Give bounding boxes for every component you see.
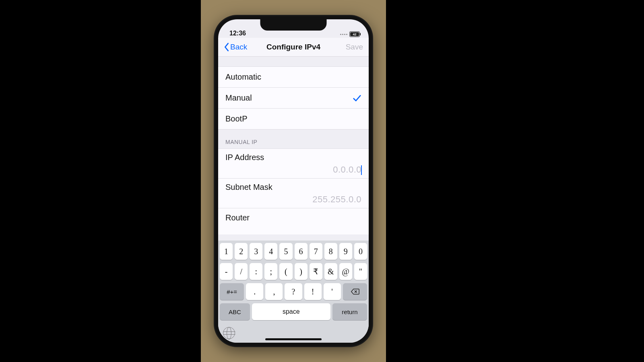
key-9[interactable]: 9 <box>339 243 352 260</box>
key-question[interactable]: ? <box>285 283 302 300</box>
key-4[interactable]: 4 <box>264 243 277 260</box>
status-time: 12:36 <box>229 30 246 37</box>
keyboard-row-3: #+= . , ? ! ' <box>220 283 367 300</box>
mode-group: Automatic Manual BootP <box>218 66 369 130</box>
ip-address-label: IP Address <box>225 153 361 162</box>
key-rupee[interactable]: ₹ <box>310 263 322 280</box>
router-field[interactable]: Router <box>218 208 369 234</box>
key-exclaim[interactable]: ! <box>304 283 322 300</box>
home-indicator[interactable] <box>265 338 322 340</box>
checkmark-icon <box>353 94 361 103</box>
key-0[interactable]: 0 <box>354 243 367 260</box>
key-colon[interactable]: : <box>250 263 262 280</box>
keyboard-row-2: - / : ; ( ) ₹ & @ " <box>220 263 367 280</box>
key-backspace[interactable] <box>343 283 367 300</box>
subnet-mask-field[interactable]: Subnet Mask 255.255.0.0 <box>218 178 369 208</box>
mode-automatic[interactable]: Automatic <box>218 66 369 88</box>
subnet-mask-value[interactable]: 255.255.0.0 <box>225 194 361 205</box>
keyboard-row-4: ABC space return <box>220 303 367 320</box>
key-8[interactable]: 8 <box>324 243 337 260</box>
key-apostrophe[interactable]: ' <box>324 283 341 300</box>
key-7[interactable]: 7 <box>310 243 322 260</box>
key-lparen[interactable]: ( <box>279 263 292 280</box>
mode-bootp[interactable]: BootP <box>218 108 369 130</box>
photo-backdrop: 12:36 42 Back <box>201 0 386 362</box>
key-5[interactable]: 5 <box>279 243 292 260</box>
nav-bar: Back Configure IPv4 Save <box>218 38 369 57</box>
key-space[interactable]: space <box>252 303 330 320</box>
globe-icon[interactable] <box>223 327 235 339</box>
back-button[interactable]: Back <box>224 43 247 51</box>
mode-manual-label: Manual <box>225 93 252 103</box>
key-symbols[interactable]: #+= <box>220 283 244 300</box>
ip-address-placeholder: 0.0.0.0 <box>333 165 361 175</box>
notch <box>260 19 327 31</box>
key-quote[interactable]: " <box>354 263 367 280</box>
key-at[interactable]: @ <box>339 263 352 280</box>
key-period[interactable]: . <box>246 283 263 300</box>
key-3[interactable]: 3 <box>250 243 262 260</box>
ip-address-value[interactable]: 0.0.0.0 <box>225 165 361 175</box>
subnet-mask-placeholder: 255.255.0.0 <box>312 194 361 204</box>
key-rparen[interactable]: ) <box>295 263 308 280</box>
key-amp[interactable]: & <box>324 263 337 280</box>
save-button[interactable]: Save <box>346 43 363 51</box>
backspace-icon <box>351 287 359 296</box>
battery-icon: 42 <box>349 31 360 37</box>
mode-automatic-label: Automatic <box>225 72 261 82</box>
key-2[interactable]: 2 <box>235 243 248 260</box>
phone-frame: 12:36 42 Back <box>215 16 372 346</box>
key-return[interactable]: return <box>332 303 367 320</box>
ip-address-field[interactable]: IP Address 0.0.0.0 <box>218 148 369 179</box>
status-right: 42 <box>340 31 360 37</box>
key-comma[interactable]: , <box>265 283 283 300</box>
back-label: Back <box>230 43 247 51</box>
mode-bootp-label: BootP <box>225 114 247 123</box>
signal-icon <box>340 34 347 35</box>
key-abc[interactable]: ABC <box>220 303 250 320</box>
key-slash[interactable]: / <box>235 263 248 280</box>
key-6[interactable]: 6 <box>295 243 308 260</box>
text-caret <box>361 165 362 175</box>
manual-ip-header: MANUAL IP <box>218 129 369 148</box>
key-dash[interactable]: - <box>220 263 233 280</box>
key-1[interactable]: 1 <box>220 243 233 260</box>
router-label: Router <box>225 213 250 222</box>
key-semi[interactable]: ; <box>264 263 277 280</box>
chevron-left-icon <box>224 43 229 51</box>
mode-manual[interactable]: Manual <box>218 87 369 109</box>
phone-screen: 12:36 42 Back <box>218 19 369 343</box>
subnet-mask-label: Subnet Mask <box>225 183 361 192</box>
keyboard: 1 2 3 4 5 6 7 8 9 0 - / : ; ( ) <box>218 241 369 343</box>
keyboard-row-1: 1 2 3 4 5 6 7 8 9 0 <box>220 243 367 260</box>
